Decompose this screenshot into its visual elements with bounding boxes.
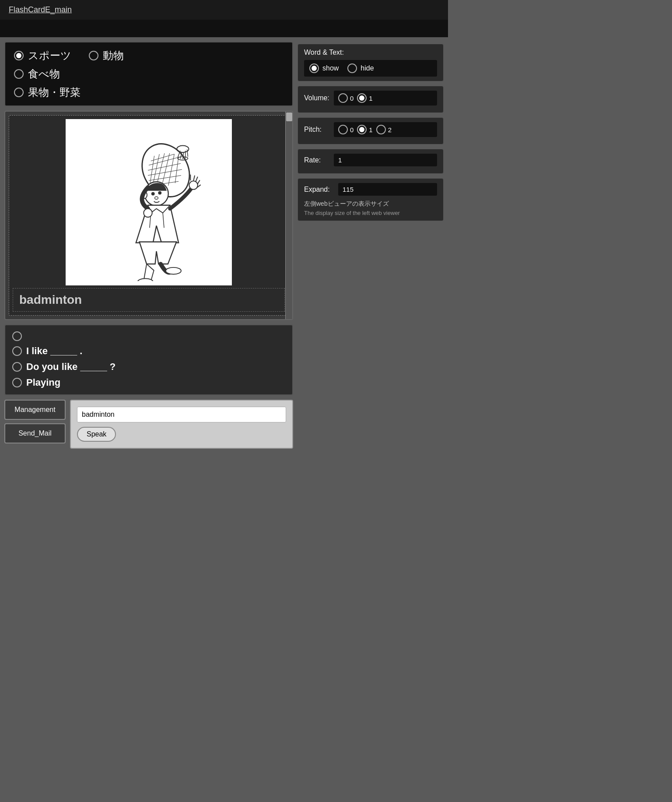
expand-box: Expand: 左側webビューアの表示サイズ The display size… [298, 178, 444, 221]
pitch-section: Pitch: 0 1 2 [298, 117, 444, 144]
svg-line-8 [151, 154, 175, 161]
svg-point-36 [166, 267, 181, 274]
hide-label: hide [360, 64, 374, 72]
rate-input[interactable] [334, 154, 437, 166]
svg-line-18 [168, 154, 175, 186]
management-button[interactable]: Management [4, 400, 66, 420]
volume-section: Volume: 0 1 [298, 86, 444, 113]
right-panel: Word & Text: show hide Volume: 0 [298, 42, 444, 449]
svg-line-12 [149, 176, 181, 181]
volume-1-option[interactable]: 1 [357, 93, 372, 103]
radio-sentence-1[interactable] [12, 346, 22, 356]
category-box: スポーツ 動物 食べ物 果物・野菜 [4, 42, 293, 106]
pitch-2-label: 2 [388, 126, 392, 134]
radio-show[interactable] [309, 63, 319, 73]
radio-sentence-top[interactable] [12, 331, 22, 341]
show-option[interactable]: show [309, 63, 339, 73]
pitch-0-option[interactable]: 0 [338, 125, 354, 134]
flashcard-inner: badminton [9, 115, 289, 316]
rate-section: Rate: [298, 149, 444, 174]
volume-0-option[interactable]: 0 [338, 93, 354, 103]
radio-food[interactable] [14, 69, 24, 79]
volume-1-label: 1 [369, 95, 372, 102]
svg-line-17 [161, 153, 169, 187]
expand-label: Expand: [304, 186, 335, 193]
scrollbar-thumb[interactable] [286, 113, 292, 121]
rate-label: Rate: [304, 156, 330, 164]
sentence-item-1[interactable]: I like _____ . [12, 345, 285, 357]
speak-panel: Speak [70, 400, 293, 449]
title-bar: FlashCardE_main [0, 0, 448, 20]
badminton-illustration [83, 123, 214, 281]
radio-hide[interactable] [347, 63, 357, 73]
radio-volume-0[interactable] [338, 93, 348, 103]
category-food[interactable]: 食べ物 [14, 67, 60, 81]
expand-desc-en: The display size of the left web viewer [304, 210, 437, 216]
button-col: Management Send_Mail [4, 400, 66, 449]
expand-desc-jp: 左側webビューアの表示サイズ [304, 200, 437, 208]
svg-point-23 [158, 191, 161, 195]
pitch-label: Pitch: [304, 126, 330, 134]
sentence-radio-top [12, 331, 285, 341]
sentence-text-2: Do you like _____ ? [26, 361, 116, 373]
pitch-0-label: 0 [350, 126, 354, 134]
speak-button[interactable]: Speak [77, 427, 116, 442]
sentence-text-3: Playing [26, 377, 60, 388]
show-label: show [322, 64, 339, 72]
left-panel: スポーツ 動物 食べ物 果物・野菜 [4, 42, 293, 449]
second-bar [0, 20, 448, 37]
word-text-label: Word & Text: [304, 49, 437, 56]
flashcard-area: badminton [4, 111, 293, 320]
category-fruits-label: 果物・野菜 [28, 85, 80, 99]
category-animals[interactable]: 動物 [89, 49, 124, 63]
category-sports-label: スポーツ [28, 49, 71, 63]
radio-sports[interactable] [14, 51, 24, 60]
scrollbar[interactable] [285, 112, 292, 319]
radio-animals[interactable] [89, 51, 98, 60]
flashcard-image-container [66, 119, 232, 285]
volume-radio-group: 0 1 [334, 91, 437, 106]
sentence-item-2[interactable]: Do you like _____ ? [12, 361, 285, 373]
svg-point-28 [144, 209, 152, 217]
sentence-text-1: I like _____ . [26, 345, 82, 357]
svg-line-30 [193, 176, 195, 181]
svg-line-31 [196, 177, 198, 182]
show-hide-row: show hide [304, 60, 437, 77]
radio-fruits[interactable] [14, 88, 24, 97]
svg-line-32 [197, 180, 200, 184]
pitch-radio-group: 0 1 2 [334, 122, 437, 137]
speak-input[interactable] [77, 407, 286, 422]
svg-point-29 [189, 181, 197, 189]
category-animals-label: 動物 [103, 49, 124, 63]
radio-pitch-0[interactable] [338, 125, 348, 134]
word-text: badminton [19, 293, 82, 306]
app-title: FlashCardE_main [9, 5, 72, 14]
radio-sentence-3[interactable] [12, 378, 22, 387]
radio-pitch-2[interactable] [376, 125, 386, 134]
hide-option[interactable]: hide [347, 63, 374, 73]
category-food-label: 食べ物 [28, 67, 60, 81]
radio-sentence-2[interactable] [12, 362, 22, 372]
word-text-box: Word & Text: show hide [298, 44, 444, 81]
svg-point-22 [151, 192, 155, 196]
sentence-box: I like _____ . Do you like _____ ? Playi… [4, 324, 293, 395]
volume-0-label: 0 [350, 95, 354, 102]
sentence-item-3[interactable]: Playing [12, 377, 285, 388]
volume-label: Volume: [304, 94, 330, 102]
category-fruits[interactable]: 果物・野菜 [14, 85, 80, 99]
pitch-2-option[interactable]: 2 [376, 125, 392, 134]
word-display: badminton [13, 288, 285, 312]
send-mail-button[interactable]: Send_Mail [4, 423, 66, 443]
expand-input[interactable] [338, 183, 437, 196]
svg-line-19 [175, 157, 178, 183]
radio-pitch-1[interactable] [357, 125, 367, 134]
pitch-1-option[interactable]: 1 [357, 125, 372, 134]
pitch-1-label: 1 [369, 126, 372, 134]
category-sports[interactable]: スポーツ [14, 49, 71, 63]
bottom-area: Management Send_Mail Speak [4, 400, 293, 449]
radio-volume-1[interactable] [357, 93, 367, 103]
